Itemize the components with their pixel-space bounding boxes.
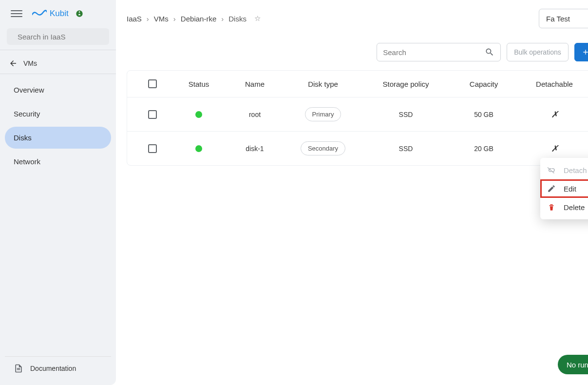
menu-edit[interactable]: Edit	[540, 179, 588, 198]
row-checkbox[interactable]	[148, 144, 157, 153]
breadcrumb-vm-name[interactable]: Debian-rke	[181, 15, 216, 23]
select-all-checkbox[interactable]	[148, 79, 157, 88]
table-row: root Primary SSD 50 GB ✗	[127, 97, 588, 131]
arrow-left-icon	[9, 59, 18, 68]
table-search-input[interactable]	[383, 48, 485, 57]
table-header: Status Name Disk type Storage policy Cap…	[127, 71, 588, 97]
brand-badge-icon	[76, 10, 83, 18]
sidebar-item-security[interactable]: Security	[5, 103, 111, 125]
sidebar-header: Kubit	[0, 0, 116, 26]
menu-detach: Detach	[540, 161, 588, 179]
menu-edit-label: Edit	[564, 185, 576, 193]
chevron-right-icon: ›	[173, 15, 176, 23]
bulk-operations-button[interactable]: Bulk operations	[507, 43, 569, 61]
chevron-right-icon: ›	[147, 15, 149, 23]
disk-type-pill: Secondary	[301, 141, 345, 155]
document-icon	[14, 364, 23, 373]
star-icon[interactable]: ☆	[254, 14, 261, 23]
brand-name: Kubit	[50, 9, 69, 19]
sidebar-search[interactable]	[7, 28, 109, 45]
menu-delete[interactable]: Delete	[540, 198, 588, 216]
disk-type-pill: Primary	[305, 107, 341, 121]
breadcrumb: IaaS › VMs › Debian-rke › Disks ☆	[127, 14, 261, 23]
hamburger-menu-icon[interactable]	[11, 8, 22, 19]
divider	[0, 50, 116, 50]
documentation-label: Documentation	[30, 365, 76, 372]
main-content: IaaS › VMs › Debian-rke › Disks ☆ Fa Tes…	[116, 0, 588, 385]
bulk-operations-label: Bulk operations	[514, 48, 561, 56]
status-indicator	[195, 111, 202, 118]
search-icon	[485, 47, 494, 57]
breadcrumb-disks: Disks	[228, 15, 247, 23]
sidebar-nav: Overview Security Disks Network	[0, 77, 116, 176]
toolbar: Bulk operations Add new disk	[127, 43, 588, 61]
breadcrumb-vms[interactable]: VMs	[154, 15, 169, 23]
jobs-status-pill[interactable]: No running jobs	[558, 355, 588, 374]
col-detachable: Detachable	[518, 80, 588, 88]
status-indicator	[195, 145, 202, 152]
add-new-disk-button[interactable]: Add new disk	[574, 43, 588, 61]
trash-icon	[547, 203, 556, 212]
topbar: IaaS › VMs › Debian-rke › Disks ☆ Fa Tes…	[127, 9, 588, 28]
col-disk-type: Disk type	[284, 80, 362, 88]
brand-logo[interactable]: Kubit	[32, 9, 83, 19]
sidebar: Kubit VMs Overview Security Disks Networ…	[0, 0, 116, 385]
row-name: disk-1	[226, 145, 284, 153]
sidebar-search-input[interactable]	[18, 33, 110, 41]
row-storage-policy: SSD	[362, 145, 450, 153]
sidebar-item-overview[interactable]: Overview	[5, 79, 111, 101]
row-actions-menu: Detach Edit Delete	[540, 158, 588, 219]
row-detachable: ✗	[518, 143, 588, 154]
breadcrumb-iaas[interactable]: IaaS	[127, 15, 142, 23]
detach-icon	[547, 166, 556, 174]
row-storage-policy: SSD	[362, 111, 450, 118]
menu-delete-label: Delete	[564, 203, 585, 212]
sidebar-back[interactable]: VMs	[0, 53, 116, 74]
row-capacity: 50 GB	[450, 111, 518, 118]
row-checkbox[interactable]	[148, 110, 157, 119]
sidebar-item-network[interactable]: Network	[5, 151, 111, 173]
sidebar-documentation[interactable]: Documentation	[5, 356, 111, 380]
table-search[interactable]	[377, 43, 501, 61]
divider	[0, 74, 116, 74]
plus-icon	[582, 48, 588, 56]
col-status: Status	[172, 80, 226, 88]
row-name: root	[226, 111, 284, 118]
project-selector[interactable]: Fa Test ▾	[539, 9, 588, 28]
menu-detach-label: Detach	[564, 166, 587, 174]
pencil-icon	[547, 184, 556, 193]
chevron-right-icon: ›	[221, 15, 224, 23]
col-capacity: Capacity	[450, 80, 518, 88]
table-row: disk-1 Secondary SSD 20 GB ✗ Detach Edit	[127, 131, 588, 165]
sidebar-item-disks[interactable]: Disks	[5, 127, 111, 149]
row-detachable: ✗	[518, 109, 588, 120]
col-name: Name	[226, 80, 284, 88]
disks-table: Status Name Disk type Storage policy Cap…	[127, 70, 588, 166]
jobs-status-label: No running jobs	[567, 361, 588, 369]
sidebar-back-label: VMs	[23, 59, 37, 67]
wave-icon	[32, 10, 47, 18]
col-storage-policy: Storage policy	[362, 80, 450, 88]
project-selected-label: Fa Test	[546, 15, 570, 23]
row-capacity: 20 GB	[450, 145, 518, 153]
